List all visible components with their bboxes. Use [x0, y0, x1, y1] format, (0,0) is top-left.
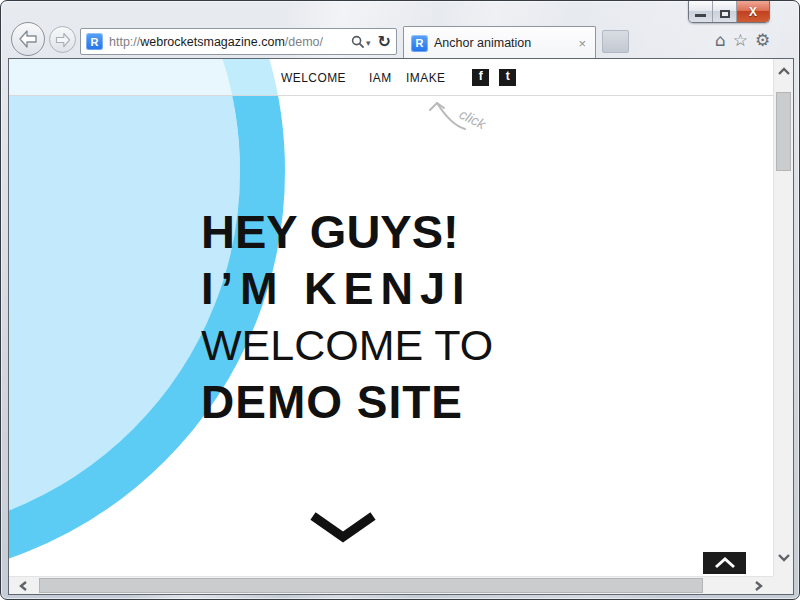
- facebook-icon[interactable]: f: [472, 69, 489, 86]
- browser-tab[interactable]: R Anchor animation ×: [403, 26, 596, 59]
- hero-line-3: WELCOME TO: [201, 317, 493, 374]
- scrollbar-corner: [773, 576, 793, 594]
- close-button[interactable]: X: [737, 1, 769, 22]
- scrollbar-right-arrow[interactable]: [754, 580, 763, 592]
- back-button[interactable]: [11, 22, 45, 56]
- scroll-down-chevron[interactable]: [309, 511, 377, 543]
- tab-close-icon[interactable]: ×: [576, 36, 588, 51]
- hero-heading: HEY GUYS! I’M KENJI WELCOME TO DEMO SITE: [201, 203, 493, 431]
- search-icon[interactable]: [351, 35, 365, 49]
- search-dropdown-caret-icon[interactable]: ▾: [366, 38, 371, 48]
- vertical-scrollbar-thumb[interactable]: [776, 92, 791, 171]
- maximize-button[interactable]: [713, 1, 737, 22]
- minimize-icon: [695, 14, 706, 17]
- scrollbar-up-arrow[interactable]: [777, 67, 791, 76]
- minimize-button[interactable]: [689, 1, 713, 22]
- hero-line-1: HEY GUYS!: [201, 203, 493, 260]
- settings-gear-icon[interactable]: ⚙: [755, 30, 770, 50]
- back-arrow-icon: [17, 28, 39, 50]
- tab-favicon: R: [411, 35, 428, 52]
- horizontal-scrollbar[interactable]: [9, 576, 773, 594]
- maximize-icon: [720, 10, 730, 18]
- window-caption-buttons: X: [688, 1, 770, 23]
- scrollbar-down-arrow[interactable]: [777, 553, 791, 562]
- url-host: webrocketsmagazine.com: [140, 35, 285, 49]
- toolbar-quick-icons: ⌂ ☆ ⚙: [715, 30, 770, 50]
- refresh-icon[interactable]: ↻: [378, 34, 391, 50]
- close-icon: X: [749, 2, 757, 22]
- browser-window: X R http://webrocketsmagazine.com/demo/ …: [0, 0, 800, 600]
- site-header: WELCOME IAM IMAKE f t: [9, 59, 773, 96]
- url-scheme: http://: [109, 35, 140, 49]
- new-tab-button[interactable]: [602, 30, 629, 53]
- scroll-to-top-button[interactable]: [703, 552, 746, 574]
- nav-item-imake[interactable]: IMAKE: [406, 70, 446, 85]
- horizontal-scrollbar-thumb[interactable]: [39, 578, 703, 593]
- address-bar[interactable]: R http://webrocketsmagazine.com/demo/ ▾ …: [80, 28, 397, 55]
- page-viewport-frame: WELCOME IAM IMAKE f t click HEY GUYS!: [8, 58, 794, 595]
- chevron-up-icon: [711, 556, 739, 570]
- site-nav: WELCOME IAM IMAKE f t: [281, 59, 516, 95]
- page-content: WELCOME IAM IMAKE f t click HEY GUYS!: [9, 59, 773, 576]
- hero-line-2: I’M KENJI: [201, 260, 493, 317]
- url-text: http://webrocketsmagazine.com/demo/: [109, 35, 323, 49]
- nav-item-welcome[interactable]: WELCOME: [281, 70, 346, 85]
- tumblr-icon[interactable]: t: [499, 69, 516, 86]
- nav-item-iam[interactable]: IAM: [369, 70, 392, 85]
- home-icon[interactable]: ⌂: [715, 30, 726, 50]
- favorites-star-icon[interactable]: ☆: [733, 30, 748, 50]
- site-favicon: R: [86, 33, 103, 50]
- scrollbar-left-arrow[interactable]: [19, 580, 28, 592]
- vertical-scrollbar[interactable]: [773, 59, 793, 576]
- hero-line-4: DEMO SITE: [201, 374, 493, 431]
- forward-arrow-icon: [54, 31, 72, 49]
- forward-button[interactable]: [49, 26, 76, 53]
- tab-title: Anchor animation: [434, 36, 531, 50]
- url-path: /demo/: [285, 35, 323, 49]
